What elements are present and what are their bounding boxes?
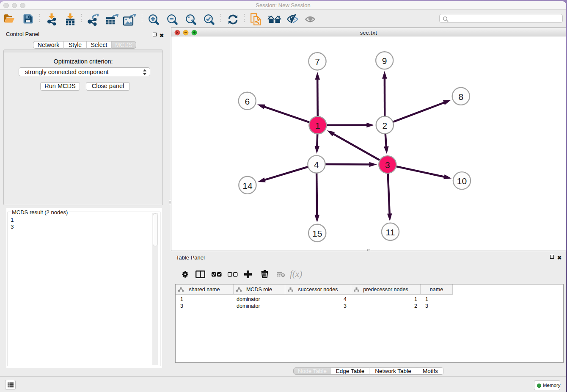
svg-text:10: 10 [457, 176, 467, 186]
svg-text:8: 8 [458, 92, 463, 102]
svg-text:2: 2 [382, 121, 387, 130]
svg-text:14: 14 [242, 181, 253, 190]
svg-text:1: 1 [315, 121, 320, 130]
svg-text:3: 3 [385, 160, 390, 170]
svg-text:6: 6 [245, 97, 250, 106]
svg-text:15: 15 [312, 229, 322, 238]
svg-text:7: 7 [315, 57, 320, 66]
svg-text:9: 9 [382, 56, 387, 66]
svg-text:11: 11 [386, 227, 395, 237]
svg-text:4: 4 [314, 160, 319, 169]
